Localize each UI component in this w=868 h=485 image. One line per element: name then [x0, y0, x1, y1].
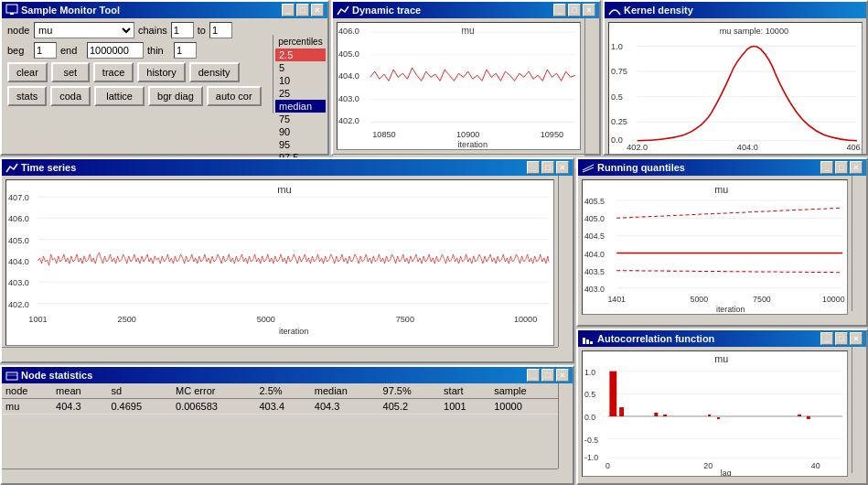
acf-minimize[interactable]: _: [820, 332, 833, 345]
svg-text:406.0: 406.0: [8, 215, 29, 224]
svg-text:0.0: 0.0: [584, 413, 595, 422]
density-icon: [608, 4, 621, 16]
percentile-10[interactable]: 10: [275, 74, 326, 87]
svg-rect-97: [807, 416, 810, 419]
end-input[interactable]: [87, 42, 144, 59]
acf-maximize[interactable]: □: [835, 332, 848, 345]
dt-minimize[interactable]: _: [553, 4, 566, 16]
svg-text:0.25: 0.25: [611, 117, 627, 126]
auto-cor-button[interactable]: auto cor: [207, 86, 262, 106]
svg-text:407.0: 407.0: [8, 193, 29, 202]
ns-scrollbar-h[interactable]: [2, 469, 558, 483]
chains-label: chains: [138, 25, 167, 36]
dt-close[interactable]: ×: [583, 4, 595, 16]
acf-close[interactable]: ×: [850, 332, 863, 345]
svg-rect-73: [6, 372, 17, 380]
density-button[interactable]: density: [189, 62, 240, 82]
chains-to-input[interactable]: [209, 22, 232, 38]
ns-close[interactable]: ×: [556, 369, 569, 382]
ns-maximize[interactable]: □: [541, 369, 554, 382]
svg-text:mu: mu: [714, 184, 728, 195]
svg-text:20: 20: [703, 461, 713, 470]
chart-icon: [337, 4, 349, 16]
svg-text:mu sample: 10000: mu sample: 10000: [720, 27, 788, 36]
time-series-title: Time series _ □ ×: [2, 159, 573, 176]
kernel-density-window: Kernel density mu sample: 10000 1.0 0.75…: [603, 0, 868, 156]
svg-text:404.5: 404.5: [584, 232, 605, 241]
svg-text:406.0: 406.0: [338, 27, 359, 36]
dt-scrollbar-v[interactable]: [584, 18, 599, 154]
col-start: start: [440, 383, 490, 399]
set-button[interactable]: set: [51, 62, 90, 82]
ts-close[interactable]: ×: [556, 161, 569, 174]
node-statistics-window: Node statistics _ □ × node mean sd MC er…: [0, 365, 574, 485]
ns-minimize[interactable]: _: [527, 369, 540, 382]
svg-text:402.0: 402.0: [627, 143, 648, 152]
svg-text:7500: 7500: [753, 295, 771, 304]
trace-button[interactable]: trace: [93, 62, 134, 82]
svg-text:403.0: 403.0: [8, 278, 29, 287]
running-quantiles-title: Running quantiles _ □ ×: [578, 159, 866, 176]
percentiles-header: percentiles: [275, 37, 326, 47]
percentile-median[interactable]: median: [275, 100, 326, 113]
col-97.5: 97.5%: [380, 383, 441, 399]
bgr-diag-button[interactable]: bgr diag: [148, 86, 203, 106]
svg-text:2500: 2500: [118, 315, 136, 324]
svg-text:40: 40: [811, 461, 820, 470]
svg-text:mu: mu: [714, 353, 728, 364]
stats-button[interactable]: stats: [7, 86, 47, 106]
col-mc-error: MC error: [172, 383, 255, 399]
ts-maximize[interactable]: □: [541, 161, 554, 174]
chains-from-input[interactable]: [171, 22, 194, 38]
svg-rect-93: [663, 415, 667, 416]
svg-text:1401: 1401: [607, 295, 626, 304]
svg-rect-94: [708, 415, 711, 416]
col-node: node: [2, 383, 52, 399]
ts-scrollbar-h[interactable]: [2, 347, 558, 361]
dynamic-trace-chart: 406.0 405.0 404.0 403.0 402.0 mu 10850 1…: [337, 22, 581, 150]
svg-text:mu: mu: [462, 26, 475, 36]
rq-maximize[interactable]: □: [835, 161, 848, 174]
svg-rect-96: [798, 415, 801, 416]
svg-text:405.5: 405.5: [584, 197, 605, 206]
percentile-25[interactable]: 25: [275, 87, 326, 100]
rq-close[interactable]: ×: [850, 161, 863, 174]
minimize-btn[interactable]: _: [282, 4, 295, 16]
percentile-2.5[interactable]: 2.5: [275, 48, 326, 61]
percentile-75[interactable]: 75: [275, 113, 326, 125]
ts-icon: [5, 161, 18, 174]
percentile-90[interactable]: 90: [275, 125, 326, 138]
svg-text:iteration: iteration: [279, 327, 308, 336]
maximize-btn[interactable]: □: [296, 4, 309, 16]
svg-rect-92: [654, 413, 658, 416]
ts-minimize[interactable]: _: [527, 161, 540, 174]
ts-scrollbar-v[interactable]: [558, 176, 573, 347]
lattice-button[interactable]: lattice: [94, 86, 145, 106]
svg-text:402.0: 402.0: [338, 116, 359, 125]
col-median: median: [311, 383, 380, 399]
ns-scrollbar-v[interactable]: [558, 383, 573, 469]
svg-text:403.0: 403.0: [338, 94, 359, 103]
percentile-95[interactable]: 95: [275, 138, 326, 151]
col-sd: sd: [107, 383, 172, 399]
time-series-chart: mu 407.0 406.0 405.0 404.0 403.0 402.0: [5, 179, 554, 346]
beg-input[interactable]: [34, 42, 57, 59]
svg-rect-77: [590, 341, 593, 344]
coda-button[interactable]: coda: [50, 86, 91, 106]
clear-button[interactable]: clear: [7, 62, 48, 82]
svg-rect-0: [6, 5, 17, 13]
node-select[interactable]: mu: [34, 22, 134, 38]
svg-text:0.75: 0.75: [611, 67, 627, 76]
close-btn[interactable]: ×: [311, 4, 324, 16]
kernel-density-chart: mu sample: 10000 1.0 0.75 0.5 0.25 0.0 4…: [608, 22, 863, 155]
col-sample: sample: [490, 383, 558, 399]
history-button[interactable]: history: [137, 62, 185, 82]
dt-maximize[interactable]: □: [568, 4, 581, 16]
acf-scrollbar-v[interactable]: [852, 347, 866, 473]
svg-text:10950: 10950: [541, 130, 563, 139]
svg-text:405.0: 405.0: [338, 49, 359, 59]
thin-input[interactable]: [174, 42, 197, 59]
rq-minimize[interactable]: _: [820, 161, 833, 174]
percentile-5[interactable]: 5: [275, 61, 326, 74]
rq-scrollbar-v[interactable]: [852, 176, 866, 311]
